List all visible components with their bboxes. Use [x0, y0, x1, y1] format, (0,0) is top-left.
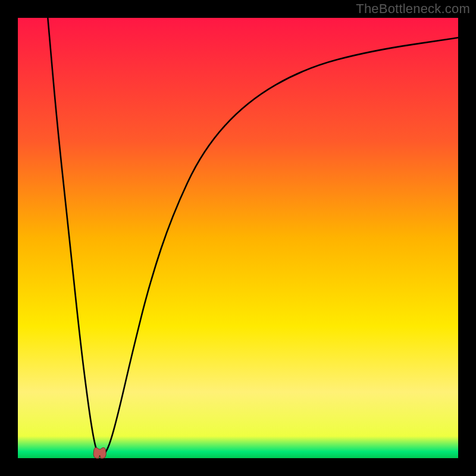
- plot-background: [18, 18, 458, 458]
- chart-svg: [0, 0, 476, 476]
- watermark-text: TheBottleneck.com: [356, 1, 470, 17]
- chart-container: TheBottleneck.com: [0, 0, 476, 476]
